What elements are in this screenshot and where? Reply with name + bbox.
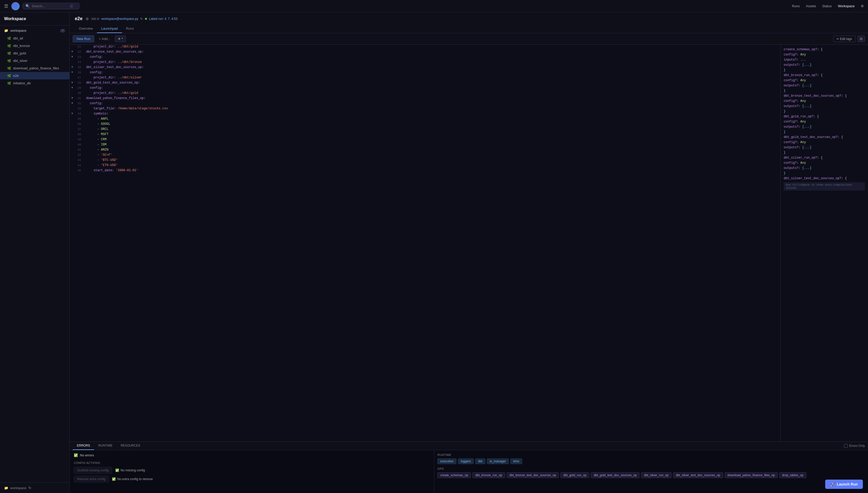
remove-extra-row: Remove extra config ✅ No extra config to… (74, 476, 430, 483)
sidebar-item-e2e[interactable]: 🌿 e2e (0, 72, 69, 80)
line-arrow[interactable] (70, 168, 75, 169)
refresh-icon[interactable]: ↻ (28, 486, 31, 490)
tree-icon: 🌿 (7, 74, 11, 78)
tab-overview[interactable]: Overview (75, 24, 97, 33)
line-arrow[interactable] (70, 158, 75, 158)
line-arrow[interactable] (70, 76, 75, 76)
line-arrow[interactable] (70, 107, 75, 107)
no-errors-text: No errors (80, 453, 94, 457)
line-arrow[interactable] (70, 117, 75, 117)
nav-runs[interactable]: Runs (792, 4, 800, 8)
line-content: project_dir: ../dbt/gold (84, 91, 780, 95)
line-content: project_dir: ../dbt/bronze (84, 60, 780, 64)
sidebar-item-download-yahoo[interactable]: 🌿 download_yahoo_finance_files (0, 64, 69, 72)
op-tag[interactable]: drop_tables_op (779, 472, 806, 478)
runtime-tag[interactable]: loggers (458, 458, 474, 464)
line-arrow[interactable]: ▼ (70, 96, 75, 100)
line-arrow[interactable]: ▼ (70, 70, 75, 74)
job-workspace-link[interactable]: workspace@workspace.py (101, 17, 138, 21)
line-arrow[interactable] (70, 45, 75, 45)
line-arrow[interactable]: ▼ (70, 86, 75, 89)
code-editor[interactable]: 21 project_dir: ../dbt/gold▼22dbt_bronze… (70, 45, 780, 442)
line-arrow[interactable] (70, 153, 75, 153)
remove-extra-button[interactable]: Remove extra config (74, 476, 109, 483)
line-arrow[interactable] (70, 163, 75, 164)
search-bar[interactable]: 🔍 / (23, 3, 80, 9)
sidebar-group-header[interactable]: 📁 workspace 7 (0, 26, 69, 35)
content-header: e2e ⚙ Job in workspace@workspace.py ↻ La… (70, 13, 868, 33)
line-arrow[interactable] (70, 127, 75, 128)
tab-runtime[interactable]: RUNTIME (94, 442, 116, 450)
line-number: 41 (75, 148, 84, 151)
line-arrow[interactable] (70, 122, 75, 123)
runtime-tag[interactable]: execution (437, 458, 456, 464)
op-tag[interactable]: dbt_bronze_test_doc_sources_op (507, 472, 559, 478)
rp-item: config?: Any (784, 79, 865, 82)
tab-launchpad[interactable]: Launchpad (97, 24, 122, 33)
line-arrow[interactable] (70, 91, 75, 91)
code-line: ▼22dbt_bronze_test_doc_sources_op: (70, 50, 780, 55)
nav-workspace[interactable]: Workspace (838, 4, 854, 8)
line-arrow[interactable] (70, 148, 75, 148)
line-arrow[interactable]: ▼ (70, 101, 75, 105)
add-button[interactable]: + Add... (96, 36, 113, 42)
collapse-button[interactable]: ⊟ (858, 36, 865, 42)
line-number: 36 (75, 122, 84, 126)
line-arrow[interactable] (70, 132, 75, 133)
line-arrow[interactable]: ▼ (70, 50, 75, 53)
rp-item: dbt_gold_run_op?: { (784, 115, 865, 119)
line-content: - MSFT (84, 132, 780, 136)
launch-run-button[interactable]: 🚀 Launch Run (825, 479, 863, 489)
refresh-icon[interactable]: ↻ (140, 17, 143, 21)
errors-only-checkbox[interactable] (844, 444, 848, 448)
line-arrow[interactable]: ▼ (70, 55, 75, 58)
rp-item: } (784, 68, 865, 72)
edit-tags-button[interactable]: ✏ Edit tags (833, 36, 855, 42)
line-arrow[interactable] (70, 143, 75, 143)
hamburger-icon[interactable]: ☰ (4, 3, 8, 9)
tab-errors[interactable]: ERRORS (73, 442, 94, 450)
line-content: project_dir: ../dbt/gold (84, 45, 780, 49)
nav-status[interactable]: Status (822, 4, 832, 8)
sidebar-item-dbt-bronze[interactable]: 🌿 dbt_bronze (0, 42, 69, 49)
sidebar-footer[interactable]: 📁 workspace ↻ (0, 483, 69, 493)
sidebar-item-initialize-db[interactable]: 🌿 initialize_db (0, 80, 69, 87)
line-arrow[interactable] (70, 137, 75, 138)
op-tag[interactable]: download_yahoo_finance_files_op (724, 472, 778, 478)
nav-assets[interactable]: Assets (806, 4, 816, 8)
rp-item: outputs?: [...] (784, 84, 865, 87)
op-tag[interactable]: dbt_gold_test_doc_sources_op (591, 472, 639, 478)
runtime-tag[interactable]: trino (510, 458, 522, 464)
line-arrow[interactable]: ▼ (70, 112, 75, 115)
op-tag[interactable]: dbt_gold_run_op (560, 472, 589, 478)
runtime-tag[interactable]: io_manager (487, 458, 509, 464)
code-line: 39 - CRM (70, 137, 780, 143)
runtime-tag[interactable]: dbt (475, 458, 485, 464)
line-number: 39 (75, 137, 84, 141)
line-arrow[interactable]: ▼ (70, 65, 75, 69)
line-content: - 'GC=F' (84, 153, 780, 157)
op-tag[interactable]: dbt_silver_test_doc_sources_op (673, 472, 723, 478)
rp-item: outputs?: [...] (784, 166, 865, 170)
line-number: 30 (75, 91, 84, 94)
settings-icon[interactable]: ⚙ (861, 4, 864, 8)
rp-item: dbt_bronze_run_op?: { (784, 73, 865, 77)
scaffold-button[interactable]: Scaffold missing config (74, 467, 112, 474)
op-tag[interactable]: dbt_silver_run_op (641, 472, 671, 478)
bottom-content: ✅ No errors CONFIG ACTIONS: Scaffold mis… (70, 450, 868, 493)
tab-resources[interactable]: RESOURCES (116, 442, 145, 450)
tag-filter[interactable]: ✳ * (115, 36, 126, 42)
sidebar-item-dbt-gold[interactable]: 🌿 dbt_gold (0, 49, 69, 57)
tab-runs[interactable]: Runs (122, 24, 138, 33)
tree-icon: 🌿 (7, 51, 11, 55)
new-run-button[interactable]: New Run (73, 35, 94, 42)
sidebar-item-dbt-silver[interactable]: 🌿 dbt_silver (0, 57, 69, 64)
op-tag[interactable]: create_schemas_op (437, 472, 471, 478)
tree-icon: 🌿 (7, 44, 11, 48)
line-arrow[interactable] (70, 60, 75, 61)
line-arrow[interactable]: ▼ (70, 81, 75, 84)
sidebar-item-dbt-all[interactable]: 🌿 dbt_all (0, 35, 69, 42)
sidebar-item-label: dbt_silver (13, 59, 28, 63)
search-input[interactable] (32, 4, 68, 8)
op-tag[interactable]: dbt_bronze_run_op (472, 472, 505, 478)
